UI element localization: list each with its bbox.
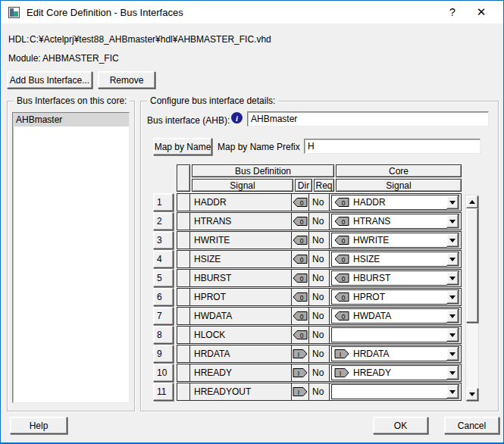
row-number-button[interactable]: 6 xyxy=(153,288,174,306)
core-signal-cell: 0HTRANS xyxy=(330,213,461,230)
row-number-button[interactable]: 8 xyxy=(153,326,174,344)
table-row: 3HWRITE0No0HWRITE xyxy=(153,231,462,250)
chevron-down-icon[interactable] xyxy=(446,347,459,361)
svg-text:0: 0 xyxy=(300,294,304,302)
row-number-button[interactable]: 5 xyxy=(153,269,174,287)
core-signal-combobox[interactable]: 0HPROT xyxy=(331,289,459,305)
svg-text:I: I xyxy=(340,370,341,377)
header-req: Req xyxy=(314,179,334,192)
scrollbar-thumb[interactable] xyxy=(466,208,478,323)
row-select-cell[interactable] xyxy=(177,289,190,305)
title-bar[interactable]: Edit Core Definition - Bus Interfaces ? … xyxy=(1,1,503,23)
map-prefix-input[interactable]: H xyxy=(304,139,481,154)
direction-out-icon: 0 xyxy=(293,330,308,340)
direction-out-icon: 0 xyxy=(334,311,349,321)
map-prefix-label: Map by Name Prefix xyxy=(218,142,300,152)
bus-signal-name: HLOCK xyxy=(190,327,292,343)
header-dir: Dir xyxy=(295,179,312,192)
table-row: 6HPROT0No0HPROT xyxy=(153,288,462,307)
direction-out-icon: 0 xyxy=(293,273,308,283)
module-label: Module: xyxy=(8,53,41,64)
row-select-cell[interactable] xyxy=(177,213,190,230)
row-number-button[interactable]: 11 xyxy=(153,383,174,401)
core-signal-combobox[interactable]: 0HTRANS xyxy=(331,214,459,229)
scroll-down-icon[interactable] xyxy=(466,388,478,401)
table-row: 1HADDR0No0HADDR xyxy=(153,193,462,212)
row-select-cell[interactable] xyxy=(177,327,190,343)
chevron-down-icon[interactable] xyxy=(446,309,459,323)
required-cell: No xyxy=(309,270,330,286)
chevron-down-icon[interactable] xyxy=(446,328,459,342)
direction-in-icon: I xyxy=(293,367,308,378)
core-signal-combobox[interactable]: 0HSIZE xyxy=(331,252,459,267)
core-signal-value: HPROT xyxy=(353,292,385,302)
svg-text:0: 0 xyxy=(300,218,304,226)
row-select-cell[interactable] xyxy=(177,251,190,267)
svg-text:0: 0 xyxy=(342,294,346,302)
signal-table-header: Bus Definition Core Signal Dir Req Signa… xyxy=(177,164,462,192)
core-signal-combobox[interactable]: 0HWRITE xyxy=(331,233,459,248)
map-by-name-button[interactable]: Map by Name xyxy=(153,138,212,155)
chevron-down-icon[interactable] xyxy=(446,366,459,380)
bus-signal-name: HADDR xyxy=(190,194,292,211)
list-item[interactable]: AHBmaster xyxy=(13,113,129,127)
core-signal-combobox[interactable]: IHRDATA xyxy=(331,346,459,361)
core-signal-combobox[interactable]: 0HADDR xyxy=(331,195,459,210)
row-select-cell[interactable] xyxy=(177,364,190,381)
required-cell: No xyxy=(309,213,330,230)
chevron-down-icon[interactable] xyxy=(446,252,459,266)
core-signal-combobox[interactable] xyxy=(331,327,459,342)
chevron-down-icon[interactable] xyxy=(446,271,459,285)
core-signal-cell: IHRDATA xyxy=(330,346,461,362)
help-button[interactable]: Help xyxy=(10,417,67,434)
core-signal-combobox[interactable]: IHREADY xyxy=(331,365,459,380)
row-select-cell[interactable] xyxy=(177,194,190,211)
window-help-button[interactable]: ? xyxy=(441,6,464,18)
scroll-up-icon[interactable] xyxy=(466,195,478,208)
chevron-down-icon[interactable] xyxy=(446,233,459,247)
hdl-label: HDL: xyxy=(8,34,29,45)
core-signal-combobox[interactable] xyxy=(331,384,459,399)
row-select-cell[interactable] xyxy=(177,346,190,362)
required-cell: No xyxy=(309,194,330,211)
chevron-down-icon[interactable] xyxy=(446,214,459,228)
svg-text:0: 0 xyxy=(342,275,346,283)
direction-out-icon: 0 xyxy=(334,292,349,302)
chevron-down-icon[interactable] xyxy=(446,195,459,209)
table-scrollbar[interactable] xyxy=(465,195,479,402)
close-icon[interactable]: ✕ xyxy=(464,5,499,19)
row-select-cell[interactable] xyxy=(177,270,190,286)
core-signal-combobox[interactable]: 0HBURST xyxy=(331,270,459,286)
remove-button[interactable]: Remove xyxy=(98,71,155,89)
svg-text:0: 0 xyxy=(300,313,304,320)
row-number-button[interactable]: 9 xyxy=(153,345,174,363)
bus-interface-label: Bus interface (AHB): xyxy=(147,115,230,126)
core-signal-value: HWDATA xyxy=(353,311,391,321)
chevron-down-icon[interactable] xyxy=(446,385,459,399)
chevron-down-icon[interactable] xyxy=(446,290,459,304)
core-signal-combobox[interactable]: 0HWDATA xyxy=(331,308,459,324)
direction-out-icon: 0 xyxy=(334,254,349,264)
hdl-path: C:¥Actelprj¥test88_AHBmaster¥hdl¥AHBMAST… xyxy=(30,34,271,45)
row-number-button[interactable]: 4 xyxy=(153,250,174,268)
cancel-button[interactable]: Cancel xyxy=(444,417,499,434)
add-bus-interface-button[interactable]: Add Bus Interface... xyxy=(7,71,92,89)
info-icon[interactable]: i xyxy=(231,112,243,124)
ok-button[interactable]: OK xyxy=(373,417,428,434)
row-number-button[interactable]: 2 xyxy=(153,212,174,230)
row-number-button[interactable]: 7 xyxy=(153,307,174,325)
header-signal: Signal xyxy=(192,179,293,192)
core-signal-cell: 0HWDATA xyxy=(330,308,461,324)
row-select-cell[interactable] xyxy=(177,232,190,249)
row-number-button[interactable]: 1 xyxy=(153,193,174,211)
row-select-cell[interactable] xyxy=(177,383,190,400)
bus-interface-list[interactable]: AHBmaster xyxy=(12,112,130,403)
core-signal-cell xyxy=(330,383,461,400)
bus-interface-name-input[interactable]: AHBmaster xyxy=(247,111,489,127)
row-number-button[interactable]: 3 xyxy=(153,231,174,249)
direction-out-icon: 0 xyxy=(334,197,349,208)
row-select-cell[interactable] xyxy=(177,308,190,324)
direction-out-icon: 0 xyxy=(293,311,308,321)
row-number-button[interactable]: 10 xyxy=(153,364,174,382)
direction-in-icon: I xyxy=(293,349,308,359)
